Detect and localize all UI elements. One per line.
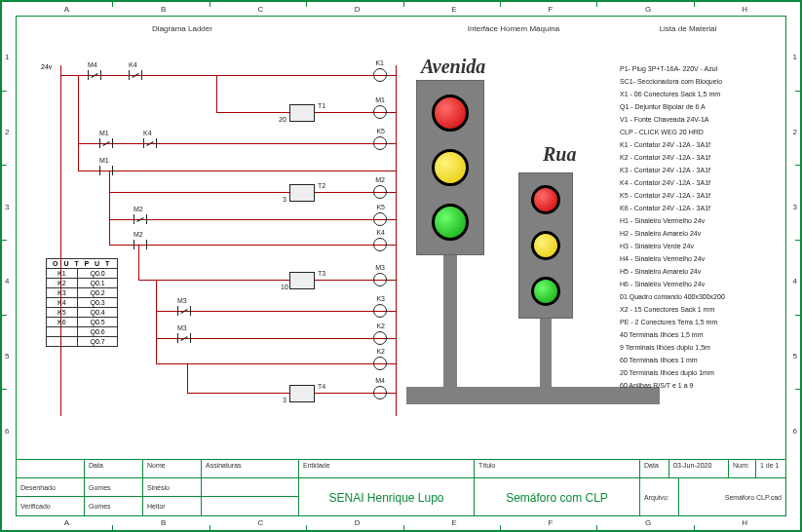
- rung-1: [60, 75, 397, 76]
- rua-yellow: [531, 231, 560, 260]
- lbl-m1: M1: [375, 96, 385, 103]
- contact-k4b: [143, 138, 157, 148]
- grid-col-D: D: [355, 518, 361, 527]
- lbl-t2: T2: [318, 182, 325, 189]
- vw3b: [187, 363, 188, 393]
- lbl-m4: M4: [88, 61, 97, 68]
- lbl-k4c: K4: [376, 229, 385, 236]
- timer-t3: [289, 272, 315, 289]
- data2-val: 03-Jun-2020: [669, 460, 729, 477]
- timer-t1: [289, 104, 315, 122]
- lbl-m4o: M4: [375, 377, 385, 384]
- material-item: H6 - Sinaleiro Vermelho 24v: [620, 281, 766, 287]
- inner-frame: Diagrama Ladder Interface Homem Máquina …: [16, 16, 786, 516]
- desenhado-lbl: Desenhado: [17, 478, 84, 497]
- coil-m3: [373, 273, 387, 286]
- des-nome: Sinésio: [143, 478, 201, 497]
- rung-4: [109, 219, 397, 220]
- lbl-m1c: M1: [99, 157, 109, 164]
- coil-k2: [373, 331, 387, 345]
- contact-m3a: [177, 306, 191, 316]
- lbl-m3: M3: [375, 264, 385, 271]
- contact-m1c: [99, 166, 113, 175]
- entidade-lbl: Entidade: [299, 460, 474, 478]
- coil-m4o: [373, 386, 387, 399]
- rung-3: [109, 192, 397, 193]
- grid-col-A: A: [64, 5, 69, 14]
- coil-k1: [373, 68, 387, 82]
- grid-row-1: 1: [793, 53, 797, 61]
- lbl-k5: K5: [376, 128, 385, 134]
- io-header: O U T P U T: [47, 259, 118, 269]
- ver-nome: Heitor: [143, 497, 201, 515]
- coil-k5b: [373, 212, 387, 226]
- rua-red: [531, 185, 560, 214]
- lbl-k4b: K4: [143, 130, 152, 136]
- titulo-lbl: Título: [475, 460, 639, 478]
- grid-row-6: 6: [793, 427, 797, 436]
- material-item: X1 - 06 Conectores Sack 1,5 mm: [620, 91, 766, 97]
- io-table: O U T P U T K1Q0.0K2Q0.1K3Q0.2K4Q0.3K5Q0…: [46, 258, 118, 347]
- material-item: 9 Terminais Ilhóes duplo 1,5m: [620, 344, 766, 351]
- coil-k5: [373, 136, 387, 150]
- io-row: Q0.6: [47, 327, 118, 337]
- data2-lbl: Data: [640, 460, 669, 477]
- grid-col-G: G: [645, 518, 651, 527]
- avenida-yellow: [432, 149, 469, 186]
- rung-6: [138, 280, 397, 281]
- material-item: K3 - Contator 24V -12A - 3A1f: [620, 167, 766, 173]
- io-row: Q0.7: [47, 337, 118, 347]
- material-item: H2 - Sinaleiro Amarelo 24v: [620, 230, 766, 237]
- coil-k4c: [373, 238, 387, 251]
- grid-col-C: C: [257, 518, 263, 527]
- grid-row-5: 5: [5, 352, 9, 361]
- vw3: [156, 280, 157, 363]
- lbl-m2a: M2: [134, 206, 143, 212]
- ver-data: Gomes: [85, 497, 142, 515]
- lbl-t2p: 3: [283, 196, 286, 203]
- io-row: K6Q0.5: [47, 318, 118, 327]
- io-row: K1Q0.0: [47, 269, 118, 279]
- left-rail: [60, 65, 61, 416]
- lbl-t1: T1: [318, 102, 325, 109]
- material-item: H4 - Sinaleiro Vermelho 24v: [620, 255, 766, 262]
- lbl-m3a: M3: [177, 297, 187, 304]
- material-item: 01 Quadro comando 400x300x200: [620, 293, 766, 300]
- avenida-label: Avenida: [421, 56, 485, 78]
- rua-green: [531, 277, 560, 306]
- lbl-k4a: K4: [129, 61, 137, 68]
- grid-row-4: 4: [793, 277, 797, 285]
- lbl-k2: K2: [376, 323, 385, 329]
- rung-8: [156, 338, 397, 339]
- grid-row-3: 3: [5, 203, 9, 211]
- grid-row-2: 2: [793, 128, 797, 136]
- contact-k4a: [129, 70, 142, 80]
- grid-row-4: 4: [5, 277, 9, 285]
- drawing-sheet: Diagrama Ladder Interface Homem Máquina …: [0, 0, 802, 532]
- material-item: K1 - Contator 24V -12A - 3A1f: [620, 141, 766, 148]
- coil-k3: [373, 304, 387, 318]
- lbl-k2b: K2: [376, 348, 385, 355]
- contact-m2b: [134, 240, 147, 249]
- contact-m2a: [134, 214, 147, 224]
- lbl-k5b: K5: [376, 204, 385, 210]
- grid-row-3: 3: [793, 203, 797, 211]
- rua-pole: [540, 319, 552, 401]
- hmi-title: Interface Homem Máquina: [445, 24, 582, 33]
- rung-5: [109, 245, 397, 246]
- entidade-val: SENAI Henrique Lupo: [299, 478, 474, 516]
- avenida-red: [432, 95, 469, 132]
- coil-k2b: [373, 357, 387, 370]
- material-item: H1 - Sinaleiro Vermelho 24v: [620, 217, 766, 224]
- material-list: P1- Plug 3P+T-16A- 220V - AzulSC1- Secci…: [620, 65, 766, 395]
- data-lbl: Data: [85, 460, 142, 478]
- grid-row-5: 5: [793, 352, 797, 361]
- grid-col-A: A: [64, 518, 69, 527]
- lbl-m2: M2: [375, 176, 385, 183]
- lbl-t3p: 10: [281, 284, 288, 290]
- grid-col-E: E: [451, 5, 456, 14]
- assin-lbl: Assinaturas: [202, 460, 298, 478]
- grid-col-F: F: [549, 518, 554, 527]
- material-item: K2 - Contator 24V -12A - 3A1f: [620, 154, 766, 161]
- material-item: X2 - 15 Conectores Sack 1 mm: [620, 306, 766, 313]
